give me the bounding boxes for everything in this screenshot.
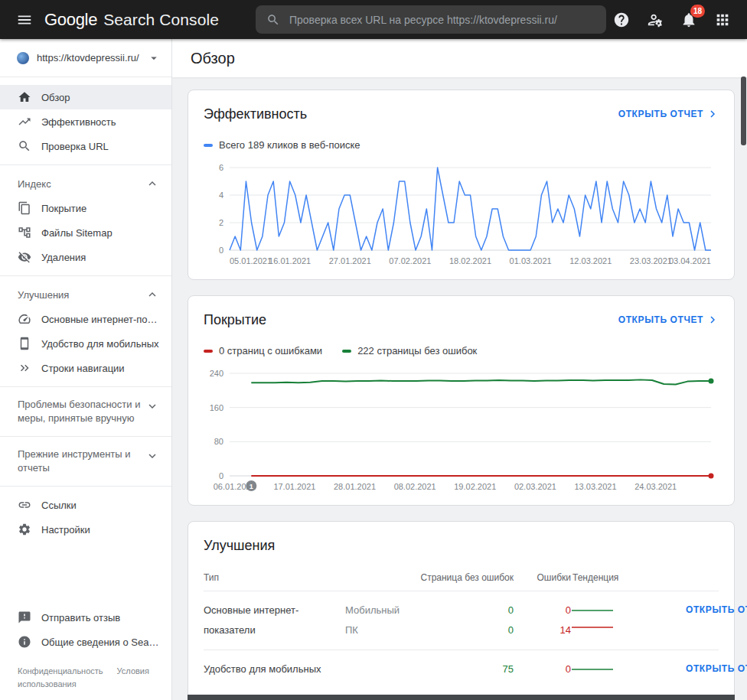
sidebar-item-mobile-usability[interactable]: Удобство для мобильных [0,331,171,356]
sidebar-item-settings[interactable]: Настройки [0,517,171,542]
chevron-right-icon [706,314,719,326]
svg-text:28.01.2021: 28.01.2021 [334,482,376,491]
coverage-open-report-link[interactable]: ОТКРЫТЬ ОТЧЕТ [618,314,719,326]
notifications-button[interactable]: 18 [674,5,704,35]
sidebar-item-removals[interactable]: Удаления [0,245,171,269]
performance-open-report-link[interactable]: ОТКРЫТЬ ОТЧЕТ [618,108,719,120]
coverage-legend-errors: 0 страниц с ошибками [204,345,322,357]
svg-text:01.03.2021: 01.03.2021 [510,256,552,265]
column-errors: Ошибки [514,572,571,583]
valid-count[interactable]: 0 [406,620,514,640]
table-row-mobile-usability: Удобство для мобильных 75 0 ОТКРЫТЬ ОТЧЕ… [204,650,719,689]
scrollbar-thumb[interactable] [741,77,746,145]
valid-count[interactable]: 75 [406,659,514,679]
privacy-link[interactable]: Конфиденциальность [18,666,103,676]
coverage-line-chart: 08016024006.01.202117.01.202128.01.20210… [204,366,719,494]
svg-text:02.03.2021: 02.03.2021 [514,482,556,491]
coverage-legend-valid: 222 страницы без ошибок [342,345,477,357]
gear-icon [18,523,31,536]
home-icon [18,90,31,104]
page-header: Обзор [172,39,747,77]
svg-text:18.02.2021: 18.02.2021 [449,256,491,265]
viewport-cutoff-band [188,695,735,700]
sidebar-item-links[interactable]: Ссылки [0,493,171,517]
site-favicon [17,52,29,64]
sidebar-item-sitemaps[interactable]: Файлы Sitemap [0,220,171,245]
sidebar-item-coverage[interactable]: Покрытие [0,196,171,220]
trend-sparkline-green [571,604,614,617]
page-title: Обзор [191,50,235,67]
property-caret-down-icon [147,51,161,65]
svg-text:19.02.2021: 19.02.2021 [454,482,496,491]
pages-icon [18,201,31,215]
chevron-right-icon [706,108,719,120]
svg-text:16.01.2021: 16.01.2021 [269,256,311,265]
search-input[interactable] [289,14,595,26]
sidebar-spacer [0,542,171,605]
sidebar: https://ktovdepressii.ru/ Обзор Эффектив… [0,39,172,700]
performance-legend: Всего 189 кликов в веб-поиске [204,139,360,151]
app-logo[interactable]: Google Search Console [44,10,219,30]
svg-text:03.04.2021: 03.04.2021 [669,256,711,265]
menu-icon [16,11,33,28]
sidebar-section-index[interactable]: Индекс [0,171,171,196]
hamburger-menu-button[interactable] [9,5,40,35]
sidebar-item-url-inspection[interactable]: Проверка URL [0,134,171,158]
overview-content: Эффективность ОТКРЫТЬ ОТЧЕТ Всего 189 кл… [172,77,747,700]
google-logo-text: Google [44,10,97,30]
smartphone-icon [18,337,31,350]
property-selector[interactable]: https://ktovdepressii.ru/ [0,39,171,77]
performance-card-title: Эффективность [204,106,307,122]
column-type: Тип [204,572,406,583]
svg-text:08.02.2021: 08.02.2021 [394,482,436,491]
sidebar-footer: КонфиденциальностьУсловия использования [0,654,171,700]
improvements-table-header: Тип Страница без ошибок Ошибки Тенденция [204,555,719,591]
sidebar-item-core-web-vitals[interactable]: Основные интернет-показате… [0,307,171,331]
svg-text:0: 0 [219,246,223,255]
sidebar-item-overview[interactable]: Обзор [0,85,171,109]
trend-sparkline-green [571,663,614,676]
top-app-bar: Google Search Console 18 [0,0,747,39]
divider [0,486,171,487]
valid-count[interactable]: 0 [406,601,514,620]
sidebar-section-legacy-tools[interactable]: Прежние инструменты и отчеты [0,443,171,480]
double-chevron-icon [18,361,31,375]
svg-text:2: 2 [219,218,223,227]
sidebar-item-breadcrumbs[interactable]: Строки навигации [0,356,171,380]
sitemap-tree-icon [18,226,31,239]
error-count[interactable]: 0 [514,601,571,620]
svg-text:6: 6 [219,163,223,172]
url-inspection-search-box[interactable] [256,5,606,34]
product-name-text: Search Console [103,11,219,29]
error-count[interactable]: 0 [514,659,571,679]
sidebar-item-performance[interactable]: Эффективность [0,109,171,134]
info-icon [18,635,31,649]
google-apps-button[interactable] [707,5,738,35]
chevron-up-icon [145,177,159,190]
legend-swatch-green [342,350,351,353]
svg-text:13.03.2021: 13.03.2021 [575,482,617,491]
trending-up-icon [18,115,31,129]
sidebar-item-feedback[interactable]: Отправить отзыв [0,605,171,630]
svg-text:80: 80 [214,437,223,446]
svg-text:05.01.2021: 05.01.2021 [230,256,272,265]
core-web-vitals-open-report-link[interactable]: ОТКРЫТЬ ОТЧЕТ [686,604,747,616]
legend-swatch-blue [204,144,213,147]
sidebar-section-enhancements[interactable]: Улучшения [0,282,171,307]
speedometer-icon [18,312,31,326]
help-button[interactable] [606,5,637,35]
sidebar-item-about[interactable]: Общие сведения о Search Co… [0,630,171,654]
coverage-card: Покрытие ОТКРЫТЬ ОТЧЕТ 0 страниц с ошибк… [188,295,735,506]
svg-text:07.02.2021: 07.02.2021 [389,256,431,265]
svg-text:23.03.2021: 23.03.2021 [630,256,672,265]
manage-users-button[interactable] [640,5,670,35]
help-icon [613,11,630,28]
column-trend: Тенденция [571,572,686,583]
improvements-card-title: Улучшения [204,538,275,554]
sidebar-nav: Обзор Эффективность Проверка URL Индекс … [0,77,171,700]
error-count[interactable]: 14 [514,620,571,640]
svg-text:24.03.2021: 24.03.2021 [634,482,677,491]
mobile-usability-open-report-link[interactable]: ОТКРЫТЬ ОТЧЕТ [686,663,747,675]
sidebar-section-security[interactable]: Проблемы безопасности и меры, принятые в… [0,393,171,430]
apps-grid-icon [714,11,731,28]
